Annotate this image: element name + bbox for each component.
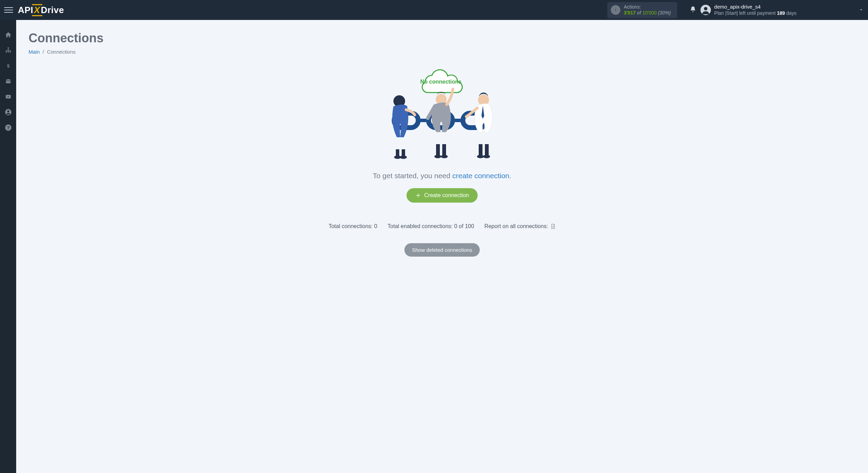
app-logo[interactable]: API X Drive xyxy=(18,5,64,15)
svg-point-27 xyxy=(434,155,441,158)
svg-rect-6 xyxy=(8,51,9,52)
breadcrumb-main-link[interactable]: Main xyxy=(29,49,40,55)
svg-rect-7 xyxy=(10,51,11,52)
menu-toggle-button[interactable] xyxy=(4,6,13,14)
document-icon xyxy=(550,223,556,229)
sidebar-item-help[interactable]: ? xyxy=(0,120,16,135)
logo-text-2: X xyxy=(33,5,41,15)
stats-row: Total connections: 0 Total enabled conne… xyxy=(29,223,856,229)
cloud-text: No connections xyxy=(420,79,461,85)
info-icon: i xyxy=(611,5,620,15)
main-content: Connections Main / Connections No connec… xyxy=(16,20,868,473)
logo-text-1: API xyxy=(18,5,33,15)
breadcrumb-current: Connections xyxy=(47,49,75,55)
avatar-icon xyxy=(701,5,711,15)
svg-text:?: ? xyxy=(7,125,9,130)
chevron-down-icon xyxy=(858,7,864,13)
svg-rect-25 xyxy=(436,144,440,155)
user-name: demo_apix-drive_s4 xyxy=(714,4,796,10)
user-menu[interactable]: demo_apix-drive_s4 Plan |Start| left unt… xyxy=(701,4,864,16)
svg-rect-5 xyxy=(6,51,7,52)
svg-point-11 xyxy=(7,110,9,112)
report-all-connections[interactable]: Report on all connections: xyxy=(485,223,556,229)
actions-of: of xyxy=(637,10,641,15)
svg-point-32 xyxy=(477,155,484,158)
sidebar-item-billing[interactable]: $ xyxy=(0,58,16,73)
svg-rect-20 xyxy=(396,149,399,156)
notifications-button[interactable] xyxy=(690,6,696,14)
actions-pct: (30%) xyxy=(658,10,671,15)
svg-text:$: $ xyxy=(7,63,10,68)
actions-count: 3'017 xyxy=(624,10,636,15)
empty-state-illustration: No connections xyxy=(29,62,856,165)
sidebar-item-video[interactable] xyxy=(0,89,16,104)
page-title: Connections xyxy=(29,31,856,45)
enabled-connections: Total enabled connections: 0 of 100 xyxy=(388,223,474,229)
svg-text:i: i xyxy=(615,8,616,12)
create-connection-button[interactable]: Create connection xyxy=(406,188,478,203)
app-header: API X Drive i Actions: 3'017 of 10'000 (… xyxy=(0,0,868,20)
svg-point-33 xyxy=(483,155,490,158)
user-plan: Plan |Start| left until payment 189 days xyxy=(714,10,796,17)
svg-rect-26 xyxy=(442,144,446,155)
empty-state-text: To get started, you need create connecti… xyxy=(29,172,856,180)
show-deleted-button[interactable]: Show deleted connections xyxy=(404,243,480,257)
svg-rect-21 xyxy=(402,149,405,156)
plus-icon xyxy=(415,193,421,198)
sidebar-item-profile[interactable] xyxy=(0,104,16,120)
sidebar-item-home[interactable] xyxy=(0,27,16,42)
actions-max: 10'000 xyxy=(642,10,657,15)
total-connections: Total connections: 0 xyxy=(328,223,377,229)
logo-text-3: Drive xyxy=(41,5,64,15)
svg-point-28 xyxy=(441,155,448,158)
actions-counter[interactable]: i Actions: 3'017 of 10'000 (30%) xyxy=(607,2,677,18)
svg-rect-30 xyxy=(479,144,482,155)
breadcrumb: Main / Connections xyxy=(29,49,856,55)
svg-rect-4 xyxy=(8,47,9,48)
sidebar-item-connections[interactable] xyxy=(0,42,16,58)
svg-point-23 xyxy=(400,155,407,159)
svg-rect-31 xyxy=(485,144,489,155)
sidebar: $ ? xyxy=(0,20,16,473)
actions-label: Actions: xyxy=(624,4,671,10)
sidebar-item-briefcase[interactable] xyxy=(0,73,16,89)
create-connection-link[interactable]: create connection xyxy=(452,172,509,180)
svg-point-3 xyxy=(704,7,707,10)
